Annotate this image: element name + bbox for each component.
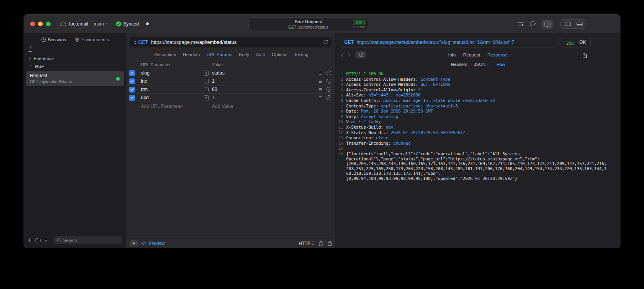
summary-subtitle: GET /api/embed/status: [253, 25, 364, 30]
editor-tab-description[interactable]: Description: [153, 52, 176, 57]
param-name[interactable]: rtm: [137, 87, 204, 92]
sync-status[interactable]: Synced: [116, 21, 139, 27]
remove-param-icon[interactable]: [326, 78, 332, 84]
new-folder-icon[interactable]: [35, 238, 41, 242]
add-param-value-placeholder[interactable]: Add Value: [204, 104, 315, 109]
param-enabled-checkbox[interactable]: [129, 70, 135, 76]
request-list-icon[interactable]: [517, 22, 524, 27]
response-tab-response[interactable]: Response: [487, 53, 508, 57]
remove-param-icon[interactable]: [326, 70, 332, 76]
drag-handle-icon[interactable]: [318, 80, 323, 83]
param-enabled-checkbox[interactable]: [129, 95, 135, 101]
sidebar-request-item[interactable]: Request GET /api/embed/status: [26, 71, 124, 86]
sent-request-url[interactable]: GET https://statuspage.me/api/embed/stat…: [340, 37, 558, 47]
url-bar-container: GET https://statuspage.me/api/embed/stat…: [126, 33, 336, 49]
response-body-line: 11 X-Status-Build: dev: [336, 125, 616, 130]
expand-panel-button[interactable]: [130, 240, 138, 246]
line-number: 5: [336, 93, 343, 98]
remove-session-icon[interactable]: [28, 51, 126, 52]
param-enabled-checkbox[interactable]: [129, 78, 135, 84]
response-request-line: GET https://statuspage.me/api/embed/stat…: [336, 33, 620, 49]
response-tab-info[interactable]: Info: [448, 53, 456, 57]
url-path[interactable]: /api/embed/status: [198, 40, 237, 45]
toggle-sidebar-icon[interactable]: [565, 22, 571, 26]
add-session-icon[interactable]: [28, 45, 126, 49]
editor-tab-headers[interactable]: Headers: [183, 52, 200, 57]
forward-icon[interactable]: [348, 53, 351, 57]
sidebar: Sessions Environments: [24, 33, 126, 248]
line-number: 8: [336, 109, 343, 114]
tree-item-hsp[interactable]: HSP: [24, 62, 126, 70]
project-name[interactable]: foe.email: [69, 21, 88, 27]
branch-selector[interactable]: main: [94, 21, 109, 27]
remove-param-icon[interactable]: [326, 95, 332, 100]
drag-handle-icon[interactable]: [318, 88, 323, 91]
tab-sessions-label: Sessions: [48, 37, 66, 42]
url-bar[interactable]: GET https://statuspage.me/api/embed/stat…: [130, 37, 332, 47]
subtab-raw[interactable]: Raw: [496, 62, 505, 67]
param-add-row[interactable]: Add URL Parameter Add Value: [126, 102, 336, 110]
subtab-json-label: JSON: [474, 62, 485, 67]
remove-param-icon[interactable]: [326, 87, 332, 92]
param-value[interactable]: 60: [212, 87, 217, 92]
toggle-bottom-panel-icon[interactable]: [576, 22, 583, 26]
subtab-headers[interactable]: Headers: [451, 62, 467, 67]
search-box[interactable]: [53, 236, 122, 244]
branch-name: main: [94, 21, 104, 27]
add-request-icon[interactable]: [27, 238, 32, 242]
zoom-window-button[interactable]: [46, 22, 51, 26]
param-name[interactable]: slug: [137, 70, 204, 76]
editor-tab-testing[interactable]: Testing: [294, 52, 308, 57]
titlebar-toolbar: [517, 15, 587, 33]
line-content: Access-Control-Allow-Headers: Content-Ty…: [346, 77, 616, 82]
history-clock-button[interactable]: [356, 51, 366, 58]
preview-button[interactable]: </> Preview: [141, 241, 165, 245]
sort-list-icon[interactable]: [44, 238, 50, 242]
search-input[interactable]: [63, 238, 119, 243]
editor-tab-body[interactable]: Body: [239, 52, 249, 57]
status-dot: [146, 22, 149, 25]
editor-tab-auth[interactable]: Auth: [256, 52, 265, 57]
cloud-icon: [60, 22, 67, 26]
param-value-cell: = status: [204, 70, 315, 76]
back-icon[interactable]: [341, 53, 343, 57]
drag-handle-icon[interactable]: [318, 96, 323, 100]
export-icon[interactable]: [582, 52, 587, 58]
tab-environments[interactable]: Environments: [75, 37, 109, 42]
response-nav: Info Request Response: [336, 49, 620, 60]
param-value[interactable]: status: [212, 70, 224, 76]
protocol-selector[interactable]: HTTP: [299, 241, 314, 245]
request-editor: GET https://statuspage.me/api/embed/stat…: [126, 33, 336, 248]
param-name[interactable]: upd: [137, 95, 204, 100]
editor-tab-url-params[interactable]: URL Params: [206, 52, 232, 57]
param-enabled-checkbox[interactable]: [129, 87, 135, 93]
param-value-cell: = 60: [204, 87, 315, 92]
subtab-json[interactable]: JSON: [474, 62, 490, 67]
sidebar-tabs: Sessions Environments: [24, 33, 126, 44]
response-body[interactable]: 1 HTTP/1.1 200 OK 2 Access-Control-Allow…: [336, 69, 620, 248]
lasso-icon[interactable]: [529, 21, 536, 27]
share-icon[interactable]: [319, 240, 323, 246]
param-value[interactable]: 7: [212, 95, 215, 100]
add-param-name-placeholder[interactable]: Add URL Parameter: [137, 104, 204, 109]
editor-tab-options[interactable]: Options: [272, 52, 288, 57]
window-controls: [30, 22, 51, 26]
line-number: 1: [336, 71, 343, 77]
lock-icon[interactable]: [328, 240, 332, 246]
request-method[interactable]: GET: [138, 40, 148, 45]
response-tab-request[interactable]: Request: [463, 53, 480, 57]
param-value[interactable]: 1: [212, 78, 215, 84]
send-panel-icon[interactable]: [542, 20, 553, 29]
tab-sessions[interactable]: Sessions: [41, 37, 66, 42]
code-icon: </>: [141, 241, 146, 245]
param-name[interactable]: inc: [137, 78, 204, 84]
minimize-window-button[interactable]: [38, 22, 43, 26]
response-body-line: 3 Access-Control-Allow-Methods: GET, OPT…: [336, 82, 616, 87]
resend-icon[interactable]: [323, 40, 328, 45]
drag-handle-icon[interactable]: [318, 71, 323, 75]
sent-request-summary[interactable]: Sent Request GET /api/embed/status 200 2…: [248, 17, 368, 31]
close-window-button[interactable]: [30, 22, 35, 26]
tree-item-foe-email[interactable]: Foe.email: [24, 55, 126, 62]
url-host[interactable]: https://statuspage.me: [151, 40, 198, 45]
method-selector-icon[interactable]: [134, 40, 137, 45]
